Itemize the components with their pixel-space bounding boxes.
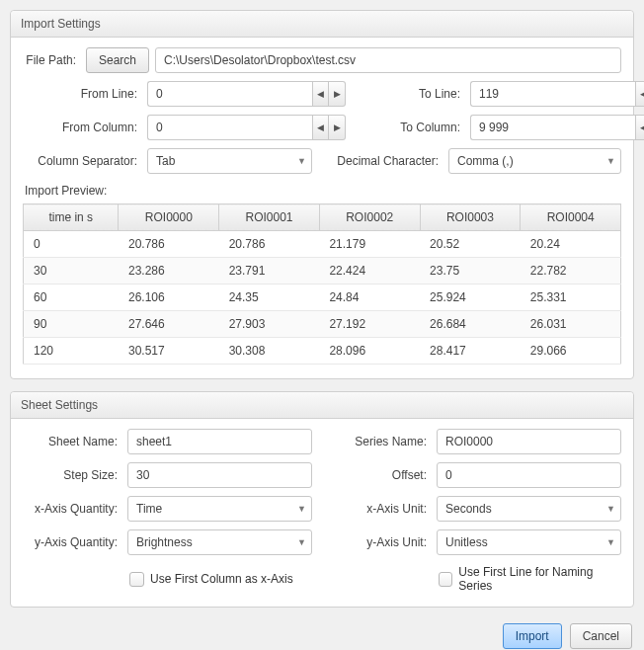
table-cell: 26.684 bbox=[420, 311, 521, 338]
from-line-stepper[interactable]: ◀ ▶ bbox=[147, 81, 346, 107]
col-sep-value[interactable] bbox=[147, 148, 312, 174]
sheet-settings-panel: Sheet Settings Sheet Name: Series Name: … bbox=[10, 391, 634, 608]
table-header[interactable]: ROI0000 bbox=[119, 204, 219, 231]
table-cell: 21.179 bbox=[319, 231, 420, 258]
to-line-input[interactable] bbox=[470, 81, 635, 107]
table-row: 6026.10624.3524.8425.92425.331 bbox=[24, 284, 621, 311]
table-cell: 28.096 bbox=[319, 338, 420, 365]
from-col-label: From Column: bbox=[23, 121, 141, 134]
table-header[interactable]: ROI0004 bbox=[521, 204, 621, 231]
table-cell: 25.924 bbox=[420, 284, 521, 311]
x-qty-select[interactable]: ▼ bbox=[127, 496, 312, 522]
use-first-col-label: Use First Column as x-Axis bbox=[150, 572, 293, 586]
dec-char-select[interactable]: ▼ bbox=[448, 148, 621, 174]
table-cell: 26.031 bbox=[521, 311, 621, 338]
y-unit-label: y-Axis Unit: bbox=[332, 535, 431, 549]
from-col-dec[interactable]: ◀ bbox=[312, 115, 329, 140]
y-qty-value[interactable] bbox=[127, 529, 312, 555]
to-col-dec[interactable]: ◀ bbox=[635, 115, 644, 140]
y-unit-value[interactable] bbox=[437, 529, 621, 555]
x-unit-value[interactable] bbox=[437, 496, 621, 522]
table-cell: 20.24 bbox=[521, 231, 621, 258]
table-row: 3023.28623.79122.42423.7522.782 bbox=[24, 258, 621, 284]
table-cell: 25.331 bbox=[521, 284, 621, 311]
dec-char-value[interactable] bbox=[448, 148, 621, 174]
to-col-stepper[interactable]: ◀ ▶ bbox=[470, 115, 644, 140]
table-cell: 24.84 bbox=[319, 284, 420, 311]
col-sep-select[interactable]: ▼ bbox=[147, 148, 312, 174]
table-header[interactable]: time in s bbox=[24, 204, 119, 231]
table-cell: 30 bbox=[24, 258, 119, 284]
from-line-label: From Line: bbox=[23, 87, 141, 101]
x-unit-label: x-Axis Unit: bbox=[332, 502, 431, 516]
table-header[interactable]: ROI0001 bbox=[219, 204, 320, 231]
y-qty-select[interactable]: ▼ bbox=[127, 529, 312, 555]
offset-label: Offset: bbox=[332, 468, 431, 482]
to-col-input[interactable] bbox=[470, 115, 635, 140]
to-line-label: To Line: bbox=[365, 87, 464, 101]
series-name-input[interactable] bbox=[437, 429, 621, 454]
table-header[interactable]: ROI0003 bbox=[420, 204, 521, 231]
table-cell: 23.286 bbox=[119, 258, 219, 284]
sheet-settings-body: Sheet Name: Series Name: Step Size: Offs… bbox=[11, 419, 633, 607]
to-line-dec[interactable]: ◀ bbox=[635, 81, 644, 107]
x-unit-select[interactable]: ▼ bbox=[437, 496, 621, 522]
table-cell: 27.192 bbox=[319, 311, 420, 338]
offset-input[interactable] bbox=[437, 462, 621, 488]
preview-table: time in sROI0000ROI0001ROI0002ROI0003ROI… bbox=[23, 203, 621, 365]
use-first-col-checkbox[interactable] bbox=[129, 572, 144, 587]
table-cell: 29.066 bbox=[521, 338, 621, 365]
preview-label: Import Preview: bbox=[25, 184, 621, 198]
table-cell: 90 bbox=[24, 311, 119, 338]
table-cell: 20.786 bbox=[219, 231, 320, 258]
search-button[interactable]: Search bbox=[86, 47, 149, 73]
from-line-input[interactable] bbox=[147, 81, 312, 107]
table-cell: 0 bbox=[24, 231, 119, 258]
table-cell: 20.786 bbox=[119, 231, 219, 258]
step-size-input[interactable] bbox=[127, 462, 312, 488]
table-cell: 27.903 bbox=[219, 311, 320, 338]
import-settings-body: File Path: Search From Line: ◀ ▶ To Line… bbox=[11, 38, 633, 378]
table-cell: 30.308 bbox=[219, 338, 320, 365]
import-settings-panel: Import Settings File Path: Search From L… bbox=[10, 10, 634, 379]
to-line-stepper[interactable]: ◀ ▶ bbox=[470, 81, 644, 107]
table-cell: 26.106 bbox=[119, 284, 219, 311]
file-path-input[interactable] bbox=[155, 47, 621, 73]
from-line-dec[interactable]: ◀ bbox=[312, 81, 329, 107]
step-size-label: Step Size: bbox=[23, 468, 121, 482]
table-cell: 22.424 bbox=[319, 258, 420, 284]
table-row: 9027.64627.90327.19226.68426.031 bbox=[24, 311, 621, 338]
file-path-label: File Path: bbox=[23, 53, 80, 67]
x-qty-value[interactable] bbox=[127, 496, 312, 522]
to-col-label: To Column: bbox=[365, 121, 464, 134]
table-row: 020.78620.78621.17920.5220.24 bbox=[24, 231, 621, 258]
x-qty-label: x-Axis Quantity: bbox=[23, 502, 121, 516]
table-cell: 60 bbox=[24, 284, 119, 311]
col-sep-label: Column Separator: bbox=[23, 154, 141, 168]
sheet-name-input[interactable] bbox=[127, 429, 312, 454]
table-header[interactable]: ROI0002 bbox=[319, 204, 420, 231]
use-first-line-checkbox[interactable] bbox=[439, 572, 452, 587]
table-cell: 24.35 bbox=[219, 284, 320, 311]
table-cell: 23.75 bbox=[420, 258, 521, 284]
import-settings-title: Import Settings bbox=[11, 11, 633, 38]
use-first-line-label: Use First Line for Naming Series bbox=[458, 565, 621, 593]
dec-char-label: Decimal Character: bbox=[332, 154, 443, 168]
from-col-input[interactable] bbox=[147, 115, 312, 140]
table-cell: 27.646 bbox=[119, 311, 219, 338]
sheet-settings-title: Sheet Settings bbox=[11, 392, 633, 419]
cancel-button[interactable]: Cancel bbox=[570, 623, 632, 649]
table-cell: 28.417 bbox=[420, 338, 521, 365]
table-cell: 22.782 bbox=[521, 258, 621, 284]
table-cell: 30.517 bbox=[119, 338, 219, 365]
y-unit-select[interactable]: ▼ bbox=[437, 529, 621, 555]
table-cell: 23.791 bbox=[219, 258, 320, 284]
import-button[interactable]: Import bbox=[503, 623, 562, 649]
table-row: 12030.51730.30828.09628.41729.066 bbox=[24, 338, 621, 365]
table-cell: 20.52 bbox=[420, 231, 521, 258]
from-col-stepper[interactable]: ◀ ▶ bbox=[147, 115, 346, 140]
y-qty-label: y-Axis Quantity: bbox=[23, 535, 121, 549]
from-line-inc[interactable]: ▶ bbox=[329, 81, 346, 107]
from-col-inc[interactable]: ▶ bbox=[329, 115, 346, 140]
series-name-label: Series Name: bbox=[332, 435, 431, 448]
